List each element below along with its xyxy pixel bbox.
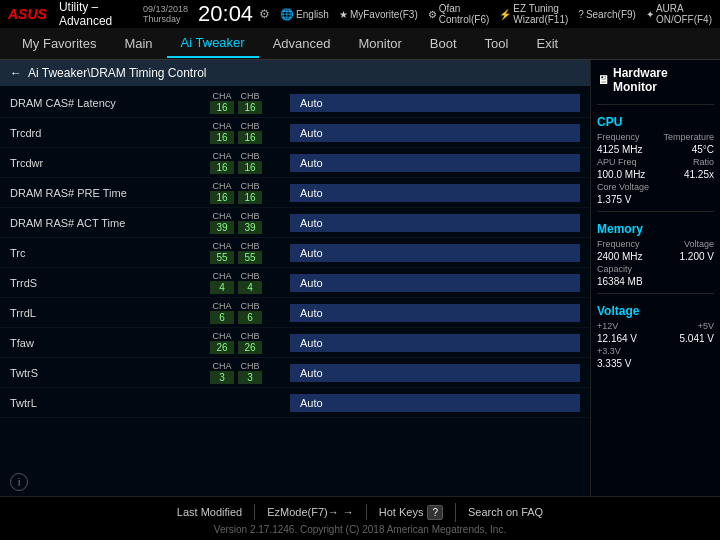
cha-label: CHA (212, 91, 231, 101)
aura-icon: ✦ (646, 9, 654, 20)
ez-tuning-btn[interactable]: ⚡ EZ Tuning Wizard(F11) (499, 3, 568, 25)
v12-value: 12.164 V (597, 333, 637, 344)
apu-freq-row: APU Freq Ratio (597, 157, 714, 167)
left-panel: ← Ai Tweaker\DRAM Timing Control DRAM CA… (0, 60, 590, 496)
setting-row[interactable]: TfawCHA26CHB26Auto (0, 328, 590, 358)
setting-value-bar[interactable]: Auto (290, 304, 580, 322)
apu-freq-value: 100.0 MHz (597, 169, 645, 180)
mem-voltage-value: 1.200 V (680, 251, 714, 262)
core-voltage-label: Core Voltage (597, 182, 649, 192)
setting-row[interactable]: TrrdSCHA4CHB4Auto (0, 268, 590, 298)
setting-row[interactable]: TrcdwrCHA16CHB16Auto (0, 148, 590, 178)
voltage-section-title: Voltage (597, 304, 714, 318)
v5-label: +5V (698, 321, 714, 331)
setting-value-bar[interactable]: Auto (290, 214, 580, 232)
setting-name: DRAM RAS# PRE Time (10, 187, 210, 199)
info-icon[interactable]: i (10, 473, 28, 491)
cha-value: 16 (210, 101, 234, 114)
setting-value-bar[interactable]: Auto (290, 154, 580, 172)
cpu-temp-label: Temperature (663, 132, 714, 142)
setting-value-bar[interactable]: Auto (290, 124, 580, 142)
setting-value-bar[interactable]: Auto (290, 244, 580, 262)
fan-icon: ⚙ (428, 9, 437, 20)
nav-ai-tweaker[interactable]: Ai Tweaker (167, 29, 259, 58)
channel-boxes: CHA26CHB26 (210, 331, 290, 354)
capacity-label: Capacity (597, 264, 632, 274)
chb-value: 6 (238, 311, 262, 324)
hw-divider-3 (597, 293, 714, 294)
nav-boot[interactable]: Boot (416, 30, 471, 57)
setting-value-bar[interactable]: Auto (290, 364, 580, 382)
setting-value-wrap: Auto (290, 334, 580, 352)
cpu-section-title: CPU (597, 115, 714, 129)
nav-advanced[interactable]: Advanced (259, 30, 345, 57)
cha-value: 26 (210, 341, 234, 354)
ezmode-item[interactable]: EzMode(F7)→ → (255, 504, 367, 520)
myfavorite-btn[interactable]: ★ MyFavorite(F3) (339, 9, 418, 20)
nav-monitor[interactable]: Monitor (345, 30, 416, 57)
mem-freq-val-row: 2400 MHz 1.200 V (597, 251, 714, 262)
setting-value-bar[interactable]: Auto (290, 94, 580, 112)
cpu-freq-label: Frequency (597, 132, 640, 142)
setting-value-wrap: Auto (290, 304, 580, 322)
settings-icon[interactable]: ⚙ (259, 7, 270, 21)
chb-label: CHB (240, 361, 259, 371)
setting-value-bar[interactable]: Auto (290, 184, 580, 202)
setting-row[interactable]: TrcCHA55CHB55Auto (0, 238, 590, 268)
chb-label: CHB (240, 91, 259, 101)
setting-name: TrrdL (10, 307, 210, 319)
faq-item[interactable]: Search on FAQ (456, 504, 555, 520)
hotkeys-label: Hot Keys (379, 506, 424, 518)
setting-value-bar[interactable]: Auto (290, 394, 580, 412)
search-icon: ? (578, 9, 584, 20)
footer: Last Modified EzMode(F7)→ → Hot Keys ? S… (0, 496, 720, 540)
setting-row[interactable]: TwtrSCHA3CHB3Auto (0, 358, 590, 388)
top-bar-right: 09/13/2018Thursday 20:04 ⚙ 🌐 English ★ M… (143, 1, 712, 27)
nav-main[interactable]: Main (110, 30, 166, 57)
cha-value: 16 (210, 191, 234, 204)
setting-value-wrap: Auto (290, 244, 580, 262)
cha-value: 3 (210, 371, 234, 384)
setting-value-wrap: Auto (290, 274, 580, 292)
chb-label: CHB (240, 151, 259, 161)
core-voltage-value: 1.375 V (597, 194, 631, 205)
nav-my-favorites[interactable]: My Favorites (8, 30, 110, 57)
setting-value-wrap: Auto (290, 364, 580, 382)
time-display: 20:04 (198, 1, 253, 27)
setting-value-bar[interactable]: Auto (290, 334, 580, 352)
memory-section-title: Memory (597, 222, 714, 236)
mem-freq-value: 2400 MHz (597, 251, 643, 262)
setting-row[interactable]: DRAM RAS# PRE TimeCHA16CHB16Auto (0, 178, 590, 208)
nav-exit[interactable]: Exit (522, 30, 572, 57)
chb-label: CHB (240, 211, 259, 221)
hotkeys-key[interactable]: ? (427, 505, 443, 520)
setting-name: TwtrL (10, 397, 210, 409)
english-lang[interactable]: 🌐 English (280, 8, 329, 21)
hw-divider-2 (597, 211, 714, 212)
setting-row[interactable]: TrcdrdCHA16CHB16Auto (0, 118, 590, 148)
chb-value: 26 (238, 341, 262, 354)
apu-freq-label: APU Freq (597, 157, 637, 167)
setting-name: Trcdrd (10, 127, 210, 139)
nav-tool[interactable]: Tool (471, 30, 523, 57)
setting-value-bar[interactable]: Auto (290, 274, 580, 292)
aura-btn[interactable]: ✦ AURA ON/OFF(F4) (646, 3, 712, 25)
chb-label: CHB (240, 331, 259, 341)
setting-row[interactable]: TwtrLAuto (0, 388, 590, 418)
v33-val-row: 3.335 V (597, 358, 714, 369)
monitor-icon: 🖥 (597, 73, 609, 87)
setting-row[interactable]: DRAM RAS# ACT TimeCHA39CHB39Auto (0, 208, 590, 238)
setting-row[interactable]: TrrdLCHA6CHB6Auto (0, 298, 590, 328)
search-btn[interactable]: ? Search(F9) (578, 9, 636, 20)
back-arrow-icon[interactable]: ← (10, 66, 22, 80)
lang-icon: 🌐 (280, 8, 294, 21)
settings-list: DRAM CAS# LatencyCHA16CHB16AutoTrcdrdCHA… (0, 86, 590, 468)
cha-label: CHA (212, 271, 231, 281)
chb-label: CHB (240, 181, 259, 191)
setting-value-wrap: Auto (290, 394, 580, 412)
cha-label: CHA (212, 301, 231, 311)
qfan-btn[interactable]: ⚙ Qfan Control(F6) (428, 3, 490, 25)
apu-val-row: 100.0 MHz 41.25x (597, 169, 714, 180)
setting-row[interactable]: DRAM CAS# LatencyCHA16CHB16Auto (0, 88, 590, 118)
chb-value: 16 (238, 161, 262, 174)
